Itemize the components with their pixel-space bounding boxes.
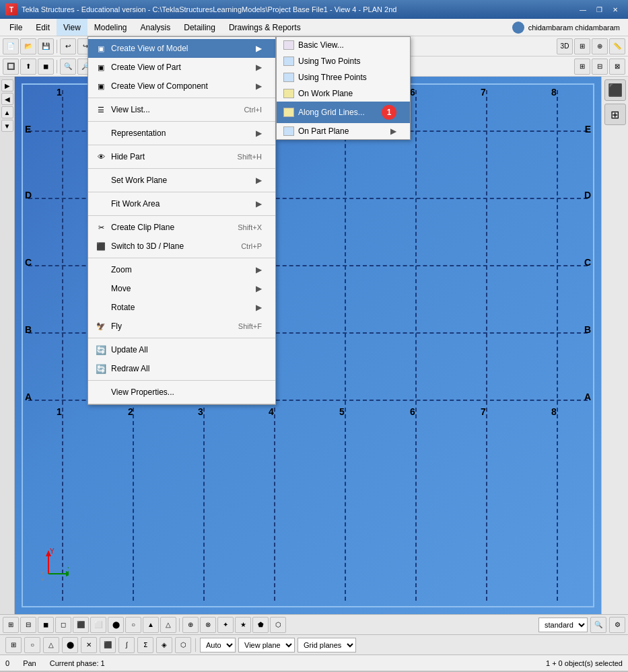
fly-label: Fly <box>111 322 225 331</box>
tb-r2[interactable]: ⊟ <box>592 59 608 75</box>
using-two-points[interactable]: Using Two Points <box>277 53 410 69</box>
bt2-btn6[interactable]: ⬛ <box>100 637 116 653</box>
view-menu-section-9: 🔄 Update All 🔄 Redraw All <box>88 338 275 381</box>
fly[interactable]: 🦅 Fly Shift+F <box>88 317 275 336</box>
on-part-plane[interactable]: On Part Plane ▶ <box>277 123 410 139</box>
switch-3d-plane[interactable]: ⬛ Switch to 3D / Plane Ctrl+P <box>88 237 275 256</box>
bt-btn14[interactable]: ★ <box>235 617 251 633</box>
ls-btn4[interactable]: ▼ <box>1 120 13 132</box>
bt-btn2[interactable]: ⊟ <box>20 617 36 633</box>
arrow-rep: ▶ <box>256 128 262 138</box>
auto-select[interactable]: Auto <box>200 638 236 652</box>
tb-grid[interactable]: ⊞ <box>574 38 590 54</box>
view-list[interactable]: ☰ View List... Ctrl+I <box>88 100 275 119</box>
bt-btn15[interactable]: ⬟ <box>252 617 269 633</box>
fit-work-area[interactable]: Fit Work Area ▶ <box>88 194 275 213</box>
basic-view-label: Basic View... <box>298 40 396 50</box>
minimize-button[interactable]: — <box>575 3 590 15</box>
grid-planes-select[interactable]: Grid planes <box>298 638 356 652</box>
tb-save[interactable]: 💾 <box>38 38 54 54</box>
bt-btn3[interactable]: ◼ <box>38 617 54 633</box>
bt-btn10[interactable]: △ <box>160 617 176 633</box>
tb-3d[interactable]: 3D <box>557 38 573 54</box>
bt2-btn9[interactable]: ◈ <box>156 637 172 653</box>
on-work-plane[interactable]: On Work Plane <box>277 85 410 102</box>
bt2-btn4[interactable]: ⬤ <box>62 637 78 653</box>
bt-btn8[interactable]: ○ <box>125 617 141 633</box>
basic-view[interactable]: Basic View... <box>277 37 410 53</box>
zoom-label: Zoom <box>111 265 250 274</box>
bt-btn1[interactable]: ⊞ <box>3 617 19 633</box>
rs-grid-view[interactable]: ⊞ <box>604 104 626 125</box>
tb-zoom-in[interactable]: 🔍 <box>60 59 76 75</box>
representation[interactable]: Representation ▶ <box>88 124 275 143</box>
create-view-of-model[interactable]: ▣ Create View of Model ▶ <box>88 39 275 58</box>
close-button[interactable]: ✕ <box>608 3 623 15</box>
grid-label-1-bottom: 1 <box>57 406 62 417</box>
bt2-btn5[interactable]: ✕ <box>81 637 97 653</box>
create-view-of-component[interactable]: ▣ Create View of Component ▶ <box>88 77 275 96</box>
hide-part[interactable]: 👁 Hide Part Shift+H <box>88 147 275 166</box>
rs-3d-cube[interactable]: ⬛ <box>604 79 626 101</box>
tb-open[interactable]: 📂 <box>20 38 36 54</box>
tb-measure[interactable]: 📏 <box>609 38 625 54</box>
ls-btn1[interactable]: ▶ <box>1 79 13 91</box>
view-properties[interactable]: View Properties... <box>88 383 275 402</box>
maximize-button[interactable]: ❐ <box>592 3 606 15</box>
bt2-btn1[interactable]: ⊞ <box>5 637 22 653</box>
grid-label-b-right: B <box>584 324 591 335</box>
ls-btn3[interactable]: ▲ <box>1 106 13 118</box>
grid-lines-icon <box>283 108 294 117</box>
bt-settings[interactable]: ⚙ <box>609 617 625 633</box>
move[interactable]: Move ▶ <box>88 279 275 298</box>
standard-select[interactable]: standard <box>538 618 588 632</box>
tb-r3[interactable]: ⊠ <box>609 59 625 75</box>
create-clip-plane[interactable]: ✂ Create Clip Plane Shift+X <box>88 218 275 237</box>
tb-new[interactable]: 📄 <box>3 38 19 54</box>
tb-view-front[interactable]: ◼ <box>38 59 54 75</box>
tb-view-top[interactable]: ⬆ <box>20 59 36 75</box>
bt2-btn10[interactable]: ⬡ <box>175 637 191 653</box>
menu-drawings[interactable]: Drawings & Reports <box>222 19 308 36</box>
menu-file[interactable]: File <box>3 19 29 36</box>
update-all[interactable]: 🔄 Update All <box>88 340 275 359</box>
bt-btn12[interactable]: ⊗ <box>200 617 216 633</box>
bt2-btn3[interactable]: △ <box>43 637 59 653</box>
ls-btn2[interactable]: ◀ <box>1 93 13 105</box>
bt2-btn2[interactable]: ○ <box>24 637 40 653</box>
redraw-all[interactable]: 🔄 Redraw All <box>88 359 275 378</box>
bt-btn11[interactable]: ⊕ <box>182 617 199 633</box>
along-grid-lines[interactable]: Along Grid Lines... 1 <box>277 102 410 123</box>
view-list-icon: ☰ <box>95 104 107 116</box>
bt-btn9[interactable]: ▲ <box>143 617 159 633</box>
bt-btn5[interactable]: ⬛ <box>73 617 89 633</box>
using-three-points[interactable]: Using Three Points <box>277 69 410 85</box>
badge-1: 1 <box>382 105 396 120</box>
menu-analysis[interactable]: Analysis <box>134 19 178 36</box>
bt-search[interactable]: 🔍 <box>590 617 606 633</box>
zoom[interactable]: Zoom ▶ <box>88 260 275 279</box>
bt-btn4[interactable]: ◻ <box>55 617 71 633</box>
fit-work-area-icon <box>95 198 107 210</box>
tb-r1[interactable]: ⊞ <box>574 59 590 75</box>
bt-btn6[interactable]: ⬜ <box>90 617 106 633</box>
tb-view-iso[interactable]: 🔲 <box>3 59 19 75</box>
representation-label: Representation <box>111 128 250 138</box>
menu-detailing[interactable]: Detailing <box>177 19 222 36</box>
bt-btn16[interactable]: ⬡ <box>270 617 286 633</box>
create-view-of-part[interactable]: ▣ Create View of Part ▶ <box>88 58 275 77</box>
set-work-plane[interactable]: Set Work Plane ▶ <box>88 171 275 190</box>
bt-btn13[interactable]: ✦ <box>217 617 234 633</box>
menu-modeling[interactable]: Modeling <box>88 19 134 36</box>
view-plane-select[interactable]: View plane <box>238 638 295 652</box>
create-view-part-icon: ▣ <box>95 61 107 73</box>
arrow-swp: ▶ <box>256 176 262 185</box>
tb-snap[interactable]: ⊕ <box>592 38 608 54</box>
tb-undo[interactable]: ↩ <box>60 38 76 54</box>
bt2-btn8[interactable]: Ʃ <box>137 637 153 653</box>
rotate[interactable]: Rotate ▶ <box>88 298 275 317</box>
bt2-btn7[interactable]: ∫ <box>118 637 135 653</box>
menu-view[interactable]: View <box>57 19 88 36</box>
menu-edit[interactable]: Edit <box>29 19 57 36</box>
bt-btn7[interactable]: ⬤ <box>108 617 124 633</box>
